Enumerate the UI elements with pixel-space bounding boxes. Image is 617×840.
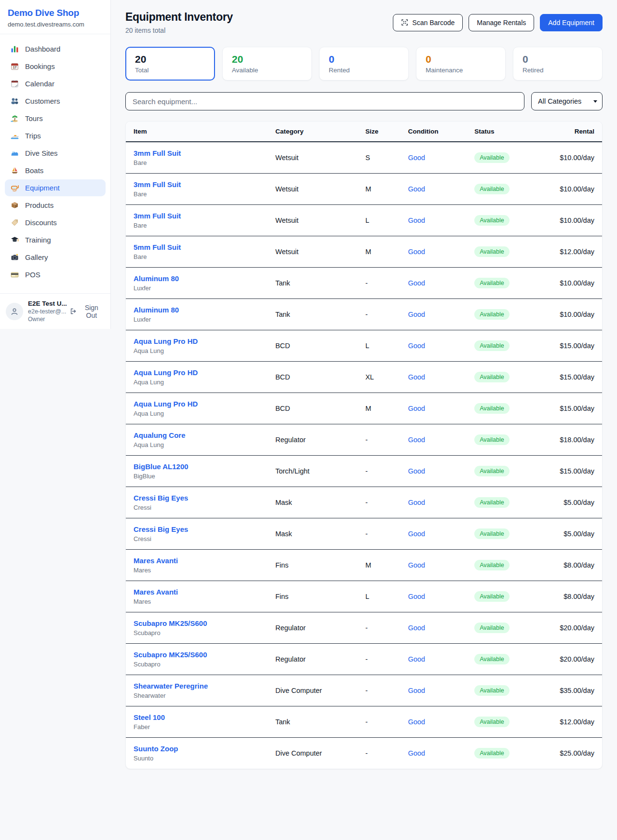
item-name-link[interactable]: Aqua Lung Pro HD bbox=[134, 337, 198, 345]
condition-link[interactable]: Good bbox=[408, 436, 425, 444]
item-brand: Faber bbox=[134, 723, 260, 731]
item-brand: Bare bbox=[134, 190, 260, 198]
sidebar-item[interactable]: Dashboard bbox=[5, 41, 106, 57]
item-name-link[interactable]: Scubapro MK25/S600 bbox=[134, 619, 207, 627]
condition-link[interactable]: Good bbox=[408, 624, 425, 632]
sidebar-item[interactable]: Bookings bbox=[5, 58, 106, 75]
stat-card[interactable]: 20 Total bbox=[125, 47, 215, 81]
sidebar-item[interactable]: Products bbox=[5, 197, 106, 214]
item-name-link[interactable]: 3mm Full Suit bbox=[134, 180, 181, 189]
sidebar-item[interactable]: POS bbox=[5, 266, 106, 283]
grad-icon bbox=[11, 236, 19, 244]
sidebar-item[interactable]: Tours bbox=[5, 110, 106, 127]
customers-icon bbox=[11, 97, 19, 105]
table-row: Suunto Zoop Suunto Dive Computer - Good … bbox=[126, 738, 602, 769]
sidebar-item[interactable]: Dive Sites bbox=[5, 145, 106, 162]
item-size: S bbox=[358, 142, 401, 174]
item-name-link[interactable]: Aluminum 80 bbox=[134, 274, 179, 283]
condition-link[interactable]: Good bbox=[408, 311, 425, 318]
add-equipment-label: Add Equipment bbox=[548, 19, 594, 27]
condition-link[interactable]: Good bbox=[408, 467, 425, 475]
stat-card[interactable]: 0 Maintenance bbox=[416, 47, 506, 81]
condition-link[interactable]: Good bbox=[408, 687, 425, 694]
condition-link[interactable]: Good bbox=[408, 593, 425, 600]
manage-rentals-button[interactable]: Manage Rentals bbox=[469, 14, 534, 31]
stat-value: 0 bbox=[426, 54, 496, 65]
search-input[interactable] bbox=[125, 92, 524, 110]
table-row: Mares Avanti Mares Fins M Good Available bbox=[126, 550, 602, 581]
brand-name: Demo Dive Shop bbox=[8, 8, 103, 18]
item-brand: Luxfer bbox=[134, 316, 260, 323]
stat-card[interactable]: 0 Rented bbox=[319, 47, 409, 81]
table-header: Item Category Size Condition Status Rent… bbox=[126, 122, 602, 142]
item-name-link[interactable]: Aqua Lung Pro HD bbox=[134, 368, 198, 377]
item-name-link[interactable]: 5mm Full Suit bbox=[134, 243, 181, 251]
stat-value: 0 bbox=[329, 54, 399, 65]
item-name-link[interactable]: Suunto Zoop bbox=[134, 745, 178, 753]
scan-barcode-button[interactable]: Scan Barcode bbox=[393, 14, 463, 31]
sidebar-item[interactable]: Boats bbox=[5, 162, 106, 179]
column-header: Item bbox=[126, 122, 268, 142]
sidebar-item[interactable]: Trips bbox=[5, 127, 106, 144]
item-name-link[interactable]: Aqualung Core bbox=[134, 431, 186, 439]
item-size: M bbox=[358, 393, 401, 424]
condition-link[interactable]: Good bbox=[408, 185, 425, 193]
stat-label: Total bbox=[135, 67, 205, 74]
condition-link[interactable]: Good bbox=[408, 749, 425, 757]
item-name-link[interactable]: Mares Avanti bbox=[134, 556, 178, 565]
add-equipment-button[interactable]: Add Equipment bbox=[540, 14, 603, 31]
condition-link[interactable]: Good bbox=[408, 217, 425, 224]
item-name-link[interactable]: Shearwater Peregrine bbox=[134, 682, 208, 690]
item-size: - bbox=[358, 644, 401, 675]
item-brand: Cressi bbox=[134, 504, 260, 511]
stat-label: Retired bbox=[523, 67, 593, 74]
item-size: - bbox=[358, 299, 401, 330]
item-name-link[interactable]: BigBlue AL1200 bbox=[134, 462, 188, 471]
item-category: Wetsuit bbox=[268, 236, 358, 268]
item-category: Torch/Light bbox=[268, 456, 358, 487]
condition-link[interactable]: Good bbox=[408, 718, 425, 726]
item-name-link[interactable]: Cressi Big Eyes bbox=[134, 525, 188, 533]
item-name-link[interactable]: Aqua Lung Pro HD bbox=[134, 400, 198, 408]
item-name-link[interactable]: Aluminum 80 bbox=[134, 306, 179, 314]
item-size: - bbox=[358, 268, 401, 299]
sidebar-item[interactable]: Customers bbox=[5, 93, 106, 109]
stat-value: 20 bbox=[232, 54, 302, 65]
sidebar-item-label: Bookings bbox=[25, 62, 55, 70]
condition-link[interactable]: Good bbox=[408, 655, 425, 663]
sidebar-item[interactable]: Calendar bbox=[5, 75, 106, 92]
condition-link[interactable]: Good bbox=[408, 373, 425, 381]
condition-link[interactable]: Good bbox=[408, 279, 425, 287]
item-name-link[interactable]: 3mm Full Suit bbox=[134, 149, 181, 157]
status-badge: Available bbox=[474, 184, 510, 194]
stat-card[interactable]: 20 Available bbox=[222, 47, 312, 81]
item-category: Fins bbox=[268, 550, 358, 581]
category-select[interactable]: All Categories bbox=[531, 92, 603, 110]
item-category: Regulator bbox=[268, 644, 358, 675]
sign-out-button[interactable]: Sign Out bbox=[69, 304, 105, 319]
item-name-link[interactable]: Mares Avanti bbox=[134, 588, 178, 596]
sidebar-item[interactable]: Equipment bbox=[5, 179, 106, 196]
item-name-link[interactable]: Scubapro MK25/S600 bbox=[134, 650, 207, 659]
stat-card[interactable]: 0 Retired bbox=[513, 47, 603, 81]
sidebar-item[interactable]: Discounts bbox=[5, 214, 106, 231]
condition-link[interactable]: Good bbox=[408, 405, 425, 412]
condition-link[interactable]: Good bbox=[408, 248, 425, 256]
rental-price: $5.00/day bbox=[552, 518, 602, 550]
item-name-link[interactable]: 3mm Full Suit bbox=[134, 212, 181, 220]
condition-link[interactable]: Good bbox=[408, 499, 425, 506]
item-category: Wetsuit bbox=[268, 205, 358, 236]
item-name-link[interactable]: Cressi Big Eyes bbox=[134, 494, 188, 502]
brand-domain: demo.test.divestreams.com bbox=[8, 21, 103, 28]
sidebar-item[interactable]: Gallery bbox=[5, 249, 106, 266]
condition-link[interactable]: Good bbox=[408, 342, 425, 350]
manage-rentals-label: Manage Rentals bbox=[477, 19, 526, 27]
condition-link[interactable]: Good bbox=[408, 561, 425, 569]
condition-link[interactable]: Good bbox=[408, 530, 425, 538]
condition-link[interactable]: Good bbox=[408, 154, 425, 162]
sidebar-item[interactable]: Training bbox=[5, 231, 106, 248]
item-size: M bbox=[358, 236, 401, 268]
item-name-link[interactable]: Steel 100 bbox=[134, 713, 165, 721]
sidebar-item-label: POS bbox=[25, 271, 40, 279]
camera-icon bbox=[11, 253, 19, 261]
